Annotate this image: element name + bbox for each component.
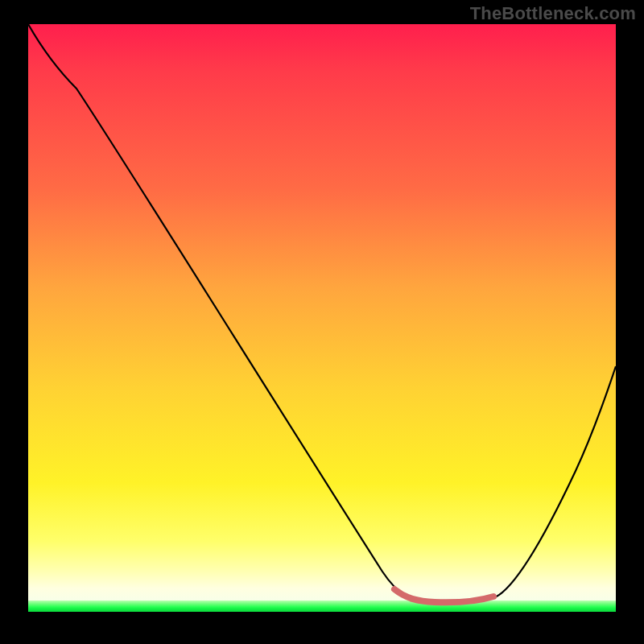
chart-frame: TheBottleneck.com	[0, 0, 644, 644]
curve-svg	[28, 24, 616, 612]
bottleneck-curve	[28, 24, 616, 603]
plot-area	[28, 24, 616, 612]
highlight-segment	[394, 589, 493, 602]
watermark-text: TheBottleneck.com	[470, 3, 636, 24]
